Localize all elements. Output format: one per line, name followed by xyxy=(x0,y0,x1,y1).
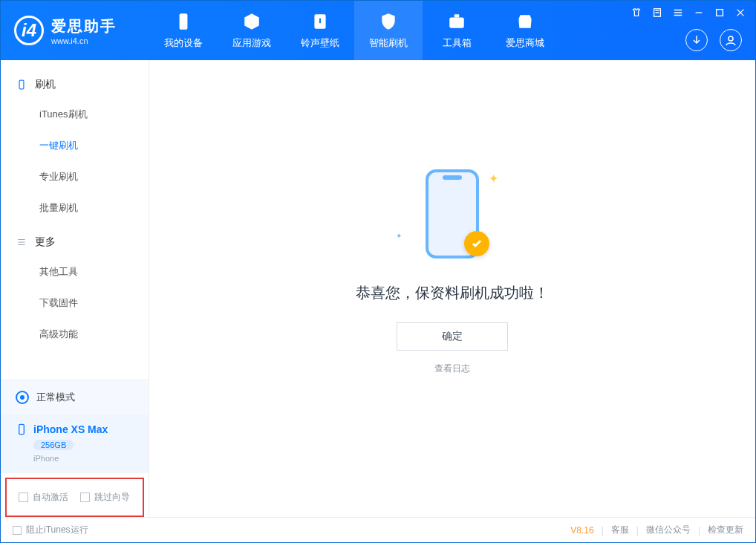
device-name-row: iPhone XS Max xyxy=(16,423,134,435)
window-controls xyxy=(630,7,746,19)
sidebar-group-title-more: 更多 xyxy=(1,228,149,256)
support-link[interactable]: 客服 xyxy=(611,524,629,536)
main-pane: ✦ ✦ 恭喜您，保资料刷机成功啦！ 确定 查看日志 xyxy=(149,60,755,517)
checkbox-icon xyxy=(19,492,28,502)
checkbox-skip-guide[interactable]: 跳过向导 xyxy=(80,491,130,504)
checkbox-block-itunes[interactable]: 阻止iTunes运行 xyxy=(13,524,88,536)
app-window: i4 爱思助手 www.i4.cn 我的设备 应用游戏 铃声壁纸 智能刷机 xyxy=(0,0,756,543)
svg-rect-5 xyxy=(717,10,723,16)
sidebar-item-itunes-flash[interactable]: iTunes刷机 xyxy=(1,99,149,130)
sidebar-item-other-tools[interactable]: 其他工具 xyxy=(1,256,149,287)
close-icon[interactable] xyxy=(734,7,746,19)
tab-label: 爱思商城 xyxy=(506,36,544,50)
tab-label: 智能刷机 xyxy=(369,36,408,50)
shield-refresh-icon xyxy=(378,11,399,32)
check-badge-icon xyxy=(464,231,489,256)
sparkle-icon: ✦ xyxy=(396,232,402,240)
tab-my-device[interactable]: 我的设备 xyxy=(149,1,218,60)
svg-rect-0 xyxy=(180,13,188,30)
sidebar-items-flash: iTunes刷机 一键刷机 专业刷机 批量刷机 xyxy=(1,99,149,224)
view-log-link[interactable]: 查看日志 xyxy=(434,362,470,375)
sparkle-icon: ✦ xyxy=(489,172,498,186)
mode-dot-icon xyxy=(16,391,29,404)
tab-smart-flash[interactable]: 智能刷机 xyxy=(354,1,423,60)
sidebar-group-more: 更多 其他工具 下载固件 高级功能 xyxy=(1,228,149,354)
svg-rect-2 xyxy=(449,18,464,28)
sidebar-item-oneclick-flash[interactable]: 一键刷机 xyxy=(1,130,149,161)
app-name: 爱思助手 xyxy=(51,16,117,36)
download-icon[interactable] xyxy=(685,29,708,51)
tab-label: 应用游戏 xyxy=(232,36,271,50)
sidebar-items-more: 其他工具 下载固件 高级功能 xyxy=(1,256,149,350)
titlebar-right xyxy=(630,1,746,60)
tab-toolbox[interactable]: 工具箱 xyxy=(423,1,491,60)
tab-label: 我的设备 xyxy=(164,36,203,50)
statusbar-right: V8.16 | 客服 | 微信公众号 | 检查更新 xyxy=(570,524,743,536)
list-icon xyxy=(16,236,27,248)
shirt-icon[interactable] xyxy=(630,7,642,19)
titlebar: i4 爱思助手 www.i4.cn 我的设备 应用游戏 铃声壁纸 智能刷机 xyxy=(1,1,755,60)
menu-icon[interactable] xyxy=(672,7,684,19)
phone-icon xyxy=(173,11,194,32)
shop-icon xyxy=(515,11,535,32)
sidebar-item-advanced[interactable]: 高级功能 xyxy=(1,319,149,350)
sidebar-group-label: 更多 xyxy=(35,235,56,249)
success-illustration: ✦ ✦ xyxy=(385,158,519,270)
body-area: 刷机 iTunes刷机 一键刷机 专业刷机 批量刷机 更多 其他工具 下载固件 … xyxy=(1,60,755,517)
logo-icon: i4 xyxy=(14,16,44,45)
sidebar-item-download-firmware[interactable]: 下载固件 xyxy=(1,287,149,319)
sidebar-item-pro-flash[interactable]: 专业刷机 xyxy=(1,161,149,192)
app-url: www.i4.cn xyxy=(51,36,117,45)
success-message: 恭喜您，保资料刷机成功啦！ xyxy=(356,283,549,303)
sidebar-group-title-flash: 刷机 xyxy=(1,71,149,99)
check-update-link[interactable]: 检查更新 xyxy=(708,524,743,536)
checkbox-label: 阻止iTunes运行 xyxy=(26,524,88,536)
tab-apps-games[interactable]: 应用游戏 xyxy=(218,1,286,60)
music-note-icon xyxy=(310,11,330,32)
statusbar: 阻止iTunes运行 V8.16 | 客服 | 微信公众号 | 检查更新 xyxy=(1,517,755,542)
device-mode-label: 正常模式 xyxy=(36,391,75,404)
version-label: V8.16 xyxy=(570,525,593,536)
device-capacity: 256GB xyxy=(33,440,74,450)
wechat-link[interactable]: 微信公众号 xyxy=(646,524,691,536)
sidebar-group-flash: 刷机 iTunes刷机 一键刷机 专业刷机 批量刷机 xyxy=(1,71,149,228)
checkbox-icon xyxy=(80,492,90,502)
svg-rect-7 xyxy=(19,80,24,89)
titlebar-action-icons xyxy=(685,29,742,51)
sidebar-group-label: 刷机 xyxy=(35,78,56,91)
tab-ringtones-wallpapers[interactable]: 铃声壁纸 xyxy=(286,1,354,60)
svg-point-6 xyxy=(729,36,733,41)
nav-tabs: 我的设备 应用游戏 铃声壁纸 智能刷机 工具箱 爱思商城 xyxy=(149,1,559,60)
device-mode-row[interactable]: 正常模式 xyxy=(1,380,149,414)
device-small-icon xyxy=(16,79,27,91)
sidebar-bottom: 正常模式 iPhone XS Max 256GB iPhone 自动激活 xyxy=(1,380,149,517)
tab-store[interactable]: 爱思商城 xyxy=(491,1,559,60)
logo-text: 爱思助手 www.i4.cn xyxy=(51,16,117,45)
checkbox-icon xyxy=(13,526,22,535)
briefcase-icon xyxy=(446,11,467,32)
checkbox-label: 跳过向导 xyxy=(94,491,130,504)
note-icon[interactable] xyxy=(651,7,663,19)
sidebar-item-batch-flash[interactable]: 批量刷机 xyxy=(1,192,149,224)
checkbox-label: 自动激活 xyxy=(33,491,68,504)
sidebar: 刷机 iTunes刷机 一键刷机 专业刷机 批量刷机 更多 其他工具 下载固件 … xyxy=(1,60,149,517)
tab-label: 工具箱 xyxy=(443,36,472,50)
svg-rect-8 xyxy=(19,424,25,434)
flash-options-row: 自动激活 跳过向导 xyxy=(5,478,144,517)
phone-small-icon xyxy=(16,423,27,435)
maximize-icon[interactable] xyxy=(714,7,726,19)
device-row[interactable]: iPhone XS Max 256GB iPhone xyxy=(1,414,149,473)
ok-button[interactable]: 确定 xyxy=(397,322,508,351)
tab-label: 铃声壁纸 xyxy=(301,36,339,50)
profile-icon[interactable] xyxy=(720,29,742,51)
cube-icon xyxy=(241,11,262,32)
logo-block: i4 爱思助手 www.i4.cn xyxy=(1,1,149,60)
svg-rect-3 xyxy=(454,14,460,17)
minimize-icon[interactable] xyxy=(693,7,705,19)
device-name: iPhone XS Max xyxy=(33,423,108,435)
checkbox-auto-activate[interactable]: 自动激活 xyxy=(19,491,68,504)
device-type: iPhone xyxy=(33,454,134,463)
